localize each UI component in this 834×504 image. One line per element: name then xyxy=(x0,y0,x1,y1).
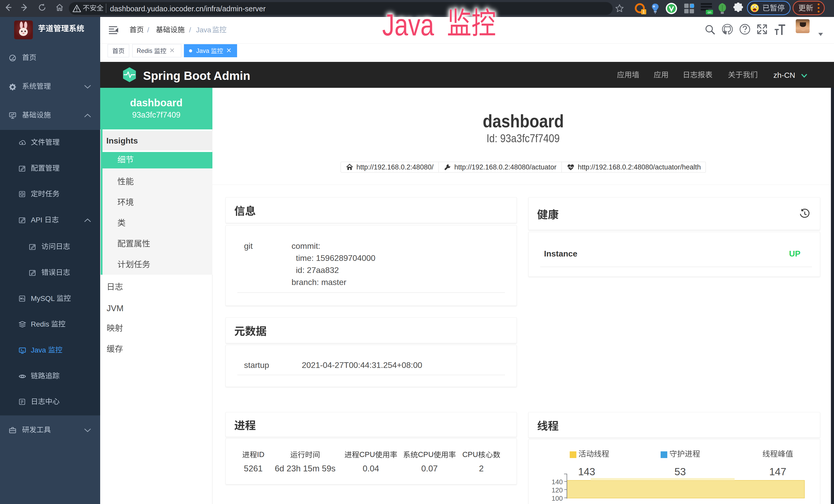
svg-text:1: 1 xyxy=(643,10,645,14)
svg-text:on: on xyxy=(708,10,711,14)
